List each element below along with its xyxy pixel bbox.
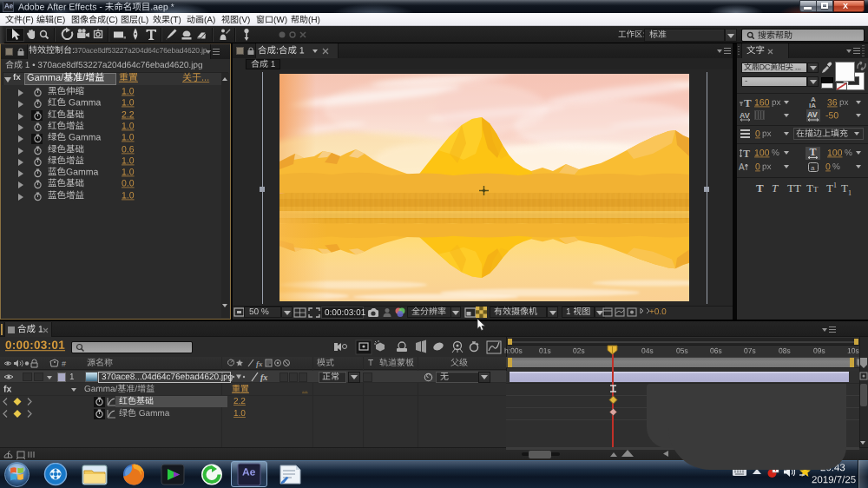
svg-text:T: T bbox=[743, 148, 750, 159]
svg-text:AV: AV bbox=[807, 110, 818, 119]
svg-text:a: a bbox=[811, 164, 815, 172]
svg-text:fx: fx bbox=[256, 359, 263, 368]
svg-text:T: T bbox=[810, 147, 817, 158]
svg-text:T: T bbox=[744, 97, 752, 108]
svg-text:A: A bbox=[739, 162, 745, 172]
svg-text:a: a bbox=[745, 162, 748, 168]
svg-text:fx: fx bbox=[260, 373, 267, 382]
svg-text:#: # bbox=[62, 359, 66, 368]
svg-text:IA: IA bbox=[809, 102, 816, 109]
